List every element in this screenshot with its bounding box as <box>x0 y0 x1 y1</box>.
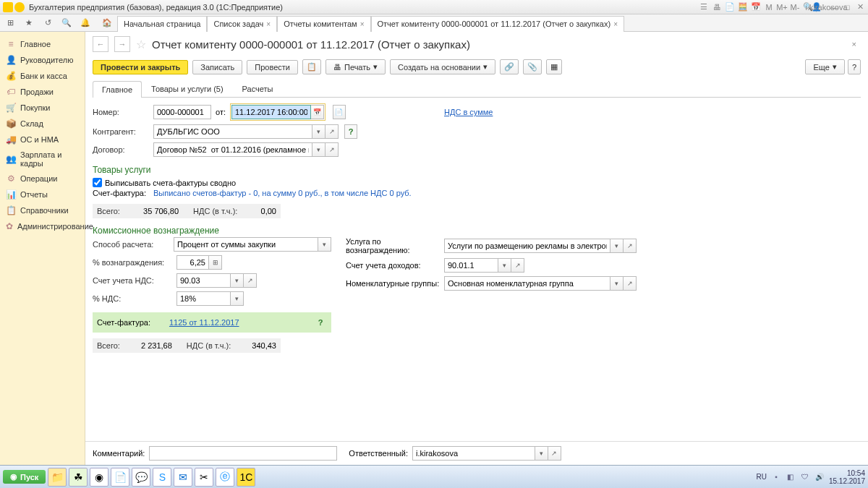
subtab-goods[interactable]: Товары и услуги (5) <box>142 80 233 97</box>
taskbar-app[interactable]: 📁 <box>48 468 67 487</box>
nav-back-icon[interactable] <box>14 2 25 12</box>
bell-icon[interactable]: 🔔 <box>78 16 93 30</box>
sidebar-item-assets[interactable]: 🚚ОС и НМА <box>0 132 85 147</box>
taskbar-chrome[interactable]: ◉ <box>90 468 109 487</box>
open-icon[interactable]: ↗ <box>244 273 257 288</box>
help-icon[interactable]: ? <box>314 315 327 330</box>
sidebar-item-admin[interactable]: ✿Администрирование <box>0 218 85 234</box>
nomgroup-input[interactable] <box>444 276 610 291</box>
open-icon[interactable]: ↗ <box>624 239 637 253</box>
create-based-button[interactable]: Создать на основании ▾ <box>390 59 495 74</box>
sidebar-item-bank[interactable]: 💰Банк и касса <box>0 68 85 84</box>
vat-account-input[interactable] <box>176 273 231 288</box>
tab-current-doc[interactable]: Отчет комитенту 0000-000001 от 11.12.201… <box>371 16 624 32</box>
help-icon[interactable]: ? <box>344 124 357 139</box>
sidebar-item-sales[interactable]: 🏷Продажи <box>0 84 85 100</box>
method-input[interactable] <box>174 237 318 252</box>
toolbar-icon[interactable]: M+ <box>777 2 787 12</box>
log-icon[interactable]: 📄 <box>333 105 346 119</box>
taskbar-app[interactable]: ✂ <box>195 468 213 487</box>
toolbar-icon[interactable]: 🖶 <box>712 2 722 12</box>
more-button[interactable]: Еще ▾ <box>805 59 844 74</box>
taskbar-app[interactable]: 📄 <box>111 468 129 487</box>
close-icon[interactable]: ✕ <box>855 2 865 12</box>
home-tab-icon[interactable]: 🏠 <box>100 16 114 30</box>
structure-button[interactable]: 🔗 <box>500 59 519 74</box>
sidebar-item-purchases[interactable]: 🛒Покупки <box>0 100 85 116</box>
invoice-summary-link[interactable]: Выписано счетов-фактур - 0, на сумму 0 р… <box>153 189 412 197</box>
contract-input[interactable] <box>153 142 312 157</box>
open-icon[interactable]: ↗ <box>511 258 524 273</box>
save-button[interactable]: Записать <box>192 60 242 74</box>
sidebar-item-manager[interactable]: 👤Руководителю <box>0 52 85 68</box>
apps-icon[interactable]: ⊞ <box>3 16 17 30</box>
sidebar-item-warehouse[interactable]: 📦Склад <box>0 116 85 132</box>
start-button[interactable]: ◉ Пуск <box>3 470 46 484</box>
tray-icon[interactable]: ▪ <box>771 472 781 482</box>
toolbar-icon[interactable]: 📄 <box>725 2 735 12</box>
dropdown-icon[interactable]: ▾ <box>535 446 548 461</box>
taskbar-outlook[interactable]: ✉ <box>174 468 192 487</box>
calendar-icon[interactable]: 📅 <box>311 105 324 119</box>
lang-indicator[interactable]: RU <box>756 473 766 481</box>
dropdown-icon[interactable]: ▾ <box>312 124 326 139</box>
open-icon[interactable]: ↗ <box>624 276 637 291</box>
post-and-close-button[interactable]: Провести и закрыть <box>93 60 188 74</box>
tab-tasks[interactable]: Список задач× <box>207 16 277 32</box>
dropdown-icon[interactable]: ▾ <box>318 237 331 252</box>
user-label[interactable]: 👤 i.kirakosova <box>816 2 826 12</box>
calc-icon[interactable]: ⊞ <box>209 255 222 270</box>
open-icon[interactable]: ↗ <box>548 446 561 461</box>
comment-input[interactable] <box>149 446 337 461</box>
taskbar-whatsapp[interactable]: 💬 <box>132 468 150 487</box>
dropdown-icon[interactable]: ▾ <box>231 291 244 306</box>
open-icon[interactable]: ↗ <box>326 124 339 139</box>
tab-reports[interactable]: Отчеты комитентам× <box>277 16 370 32</box>
taskbar-skype[interactable]: S <box>153 468 171 487</box>
dropdown-icon[interactable]: ▾ <box>498 258 511 273</box>
clock[interactable]: 10:54 15.12.2017 <box>829 469 865 485</box>
commission-invoice-link[interactable]: 1125 от 11.12.2017 <box>169 318 239 327</box>
taskbar-ie[interactable]: ⓔ <box>216 468 234 487</box>
sidebar-item-operations[interactable]: ⚙Операции <box>0 171 85 187</box>
toolbar-icon[interactable]: 🧮 <box>738 2 748 12</box>
sidebar-item-catalogs[interactable]: 📋Справочники <box>0 202 85 218</box>
tray-icon[interactable]: 🛡 <box>800 472 810 482</box>
service-input[interactable] <box>444 239 610 253</box>
back-button[interactable]: ← <box>93 36 109 52</box>
favorite-icon[interactable]: ☆ <box>136 38 146 51</box>
percent-input[interactable] <box>176 255 209 270</box>
close-icon[interactable]: × <box>266 20 271 28</box>
vat-rate-input[interactable] <box>176 291 231 306</box>
print-button[interactable]: 🖶 Печать ▾ <box>326 59 386 74</box>
tray-icon[interactable]: 🔊 <box>814 472 825 482</box>
maximize-icon[interactable]: □ <box>842 2 852 12</box>
toolbar-icon[interactable]: M- <box>790 2 800 12</box>
taskbar-1c[interactable]: 1C <box>237 468 255 487</box>
sidebar-item-main[interactable]: ≡Главное <box>0 36 85 52</box>
help-button[interactable]: ? <box>848 59 861 74</box>
vat-mode-link[interactable]: НДС в сумме <box>444 108 493 116</box>
dropdown-icon[interactable]: ▾ <box>231 273 244 288</box>
consolidated-invoice-checkbox[interactable] <box>93 178 102 187</box>
taskbar-app[interactable]: ☘ <box>69 468 88 487</box>
tray-icon[interactable]: ◧ <box>786 472 796 482</box>
post-button[interactable]: Провести <box>247 60 298 74</box>
dropdown-icon[interactable]: ▾ <box>610 239 624 253</box>
history-icon[interactable]: ↺ <box>41 16 55 30</box>
subtab-main[interactable]: Главное <box>93 81 142 98</box>
tab-home[interactable]: Начальная страница <box>117 16 207 32</box>
toolbar-icon[interactable]: M <box>764 2 774 12</box>
toolbar-icon[interactable]: 📅 <box>751 2 761 12</box>
extra-button[interactable]: ▦ <box>546 59 562 74</box>
responsible-input[interactable] <box>412 446 535 461</box>
close-icon[interactable]: × <box>613 20 618 28</box>
close-doc-button[interactable]: × <box>852 40 861 48</box>
star-icon[interactable]: ★ <box>22 16 36 30</box>
open-icon[interactable]: ↗ <box>326 142 339 157</box>
dropdown-icon[interactable]: ▾ <box>312 142 326 157</box>
dropdown-icon[interactable]: ▾ <box>610 276 624 291</box>
movements-button[interactable]: 📋 <box>302 59 321 74</box>
sidebar-item-salary[interactable]: 👥Зарплата и кадры <box>0 147 85 171</box>
income-account-input[interactable] <box>444 258 498 273</box>
